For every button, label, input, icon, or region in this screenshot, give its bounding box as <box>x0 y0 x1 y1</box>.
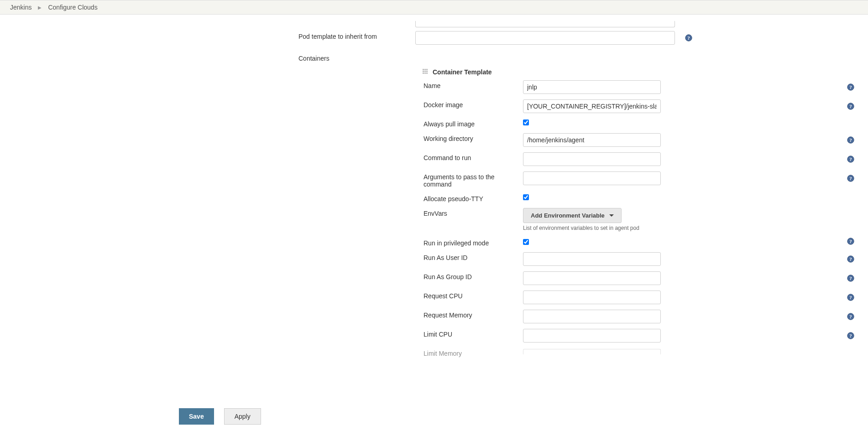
empty-label <box>0 20 415 22</box>
run-gid-label: Run As Group ID <box>0 271 523 280</box>
add-env-var-label: Add Environment Variable <box>531 212 605 219</box>
pod-inherit-input[interactable] <box>415 31 675 45</box>
docker-label: Docker image <box>0 99 523 109</box>
run-gid-input[interactable] <box>523 271 661 285</box>
help-icon[interactable] <box>847 332 854 339</box>
form-content: Pod template to inherit from Containers … <box>0 15 868 408</box>
name-input[interactable] <box>523 80 661 94</box>
help-icon[interactable] <box>847 294 854 301</box>
limit-mem-input[interactable] <box>523 349 661 354</box>
help-icon[interactable] <box>847 238 854 245</box>
always-pull-label: Always pull image <box>0 119 523 128</box>
footer-bar: Save Apply <box>0 402 868 408</box>
req-mem-input[interactable] <box>523 310 661 323</box>
privileged-label: Run in privileged mode <box>0 238 523 247</box>
pod-inherit-label: Pod template to inherit from <box>0 31 415 40</box>
help-icon[interactable] <box>847 175 854 182</box>
docker-input[interactable] <box>523 99 661 113</box>
always-pull-checkbox[interactable] <box>523 119 529 125</box>
args-label: Arguments to pass to the command <box>0 171 523 188</box>
limit-mem-label: Limit Memory <box>0 348 523 357</box>
help-icon[interactable] <box>847 136 854 144</box>
help-icon[interactable] <box>847 103 854 110</box>
breadcrumb-root[interactable]: Jenkins <box>10 4 31 11</box>
chevron-down-icon <box>609 214 614 217</box>
containers-label: Containers <box>0 53 415 62</box>
tty-label: Allocate pseudo-TTY <box>0 193 523 203</box>
tty-checkbox[interactable] <box>523 194 529 200</box>
partial-top-input[interactable] <box>415 21 675 27</box>
run-uid-label: Run As User ID <box>0 252 523 261</box>
command-input[interactable] <box>523 152 661 166</box>
envvars-label: EnvVars <box>0 208 523 217</box>
container-template-title: Container Template <box>433 68 492 76</box>
help-icon[interactable] <box>847 275 854 282</box>
breadcrumb-page[interactable]: Configure Clouds <box>48 4 97 11</box>
workdir-label: Working directory <box>0 133 523 142</box>
chevron-right-icon: ▶ <box>38 5 42 10</box>
drag-handle-icon[interactable] <box>423 69 429 75</box>
help-icon[interactable] <box>685 34 692 42</box>
breadcrumb: Jenkins ▶ Configure Clouds <box>0 0 868 15</box>
help-icon[interactable] <box>847 313 854 320</box>
limit-cpu-input[interactable] <box>523 329 661 343</box>
command-label: Command to run <box>0 152 523 161</box>
req-cpu-label: Request CPU <box>0 291 523 300</box>
help-icon[interactable] <box>847 156 854 163</box>
req-cpu-input[interactable] <box>523 291 661 304</box>
req-mem-label: Request Memory <box>0 310 523 319</box>
help-icon[interactable] <box>847 83 854 91</box>
privileged-checkbox[interactable] <box>523 239 529 245</box>
args-input[interactable] <box>523 171 661 185</box>
run-uid-input[interactable] <box>523 252 661 266</box>
workdir-input[interactable] <box>523 133 661 147</box>
name-label: Name <box>0 80 523 89</box>
help-icon[interactable] <box>847 255 854 263</box>
envvars-hint: List of environment variables to set in … <box>0 225 868 231</box>
limit-cpu-label: Limit CPU <box>0 329 523 338</box>
add-env-var-button[interactable]: Add Environment Variable <box>523 208 622 223</box>
